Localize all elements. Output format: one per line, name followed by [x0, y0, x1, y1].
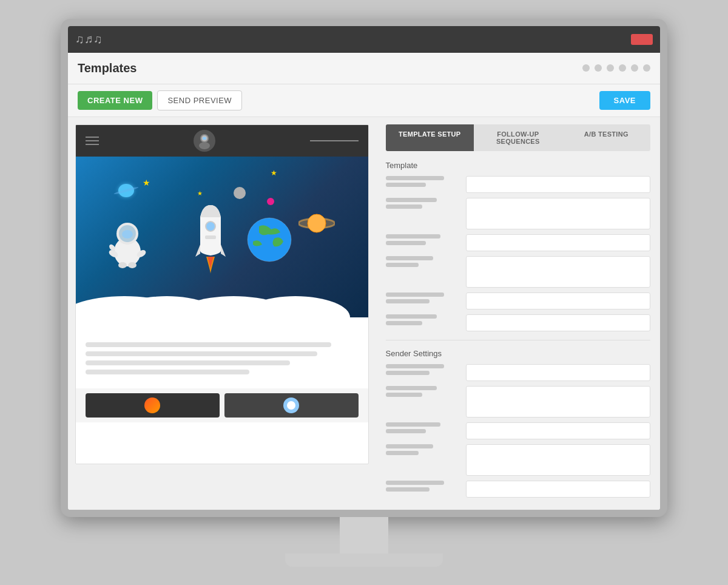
form-label	[386, 422, 459, 436]
form-input[interactable]	[466, 364, 650, 381]
saturn-icon	[298, 210, 335, 240]
form-input[interactable]	[466, 292, 650, 309]
form-input-tall[interactable]	[466, 386, 650, 418]
label-line	[386, 205, 422, 209]
window-dot	[582, 64, 590, 72]
label-line	[386, 321, 422, 325]
text-line	[86, 370, 249, 374]
template-section-title: Template	[386, 161, 650, 170]
footer-thumb-1	[86, 393, 220, 418]
moon-icon	[234, 187, 246, 199]
hamburger-icon[interactable]	[86, 137, 99, 145]
create-new-button[interactable]: CREATE NEW	[78, 91, 152, 110]
label-line	[386, 256, 433, 260]
rocket-icon	[194, 202, 228, 277]
form-input[interactable]	[466, 422, 650, 439]
window-dots	[582, 64, 650, 72]
email-preview-panel: ★ ★ ★	[68, 117, 376, 510]
form-input-tall[interactable]	[466, 198, 650, 229]
window-dot	[643, 64, 650, 72]
svg-point-7	[122, 230, 133, 238]
form-row	[386, 422, 650, 439]
tab-follow-up[interactable]: FOLLOW-UP SEQUENCES	[474, 124, 562, 151]
email-footer	[76, 388, 368, 422]
form-input-tall[interactable]	[466, 256, 650, 288]
label-line	[386, 364, 444, 368]
window-dot	[607, 64, 614, 72]
email-header-bar	[76, 125, 368, 157]
label-line	[386, 429, 426, 433]
form-label	[386, 481, 459, 494]
form-row	[386, 481, 650, 498]
send-preview-button[interactable]: SEND PREVIEW	[157, 90, 242, 110]
tab-ab-testing[interactable]: A/B TESTING	[562, 124, 650, 151]
svg-point-3	[203, 137, 206, 140]
form-input[interactable]	[466, 234, 650, 251]
label-line	[386, 422, 440, 427]
close-button[interactable]	[631, 34, 653, 45]
form-label	[386, 314, 459, 328]
clouds	[76, 290, 368, 333]
footer-logo-2	[282, 396, 300, 414]
email-logo-icon	[194, 130, 215, 152]
form-label	[386, 198, 459, 211]
svg-rect-14	[205, 235, 216, 239]
label-line	[386, 451, 419, 455]
form-label	[386, 364, 459, 377]
form-label	[386, 386, 459, 399]
form-label	[386, 292, 459, 306]
form-label	[386, 256, 459, 269]
label-line	[386, 371, 430, 375]
label-line	[386, 386, 437, 390]
footer-thumb-2	[224, 393, 359, 418]
tab-template-setup[interactable]: TEMPLATE SETUP	[386, 124, 474, 151]
svg-point-1	[199, 142, 210, 149]
star-icon: ★	[143, 178, 150, 188]
text-line	[86, 351, 317, 356]
star-icon: ★	[197, 190, 203, 197]
form-input[interactable]	[466, 176, 650, 193]
form-row	[386, 256, 650, 288]
planet-icon	[118, 184, 134, 197]
window-dot	[631, 64, 638, 72]
text-line	[86, 360, 290, 365]
section-divider	[386, 340, 650, 340]
email-logo	[106, 130, 303, 152]
form-input[interactable]	[466, 314, 650, 331]
svg-point-13	[206, 221, 215, 231]
svg-point-11	[118, 262, 127, 268]
form-input-tall[interactable]	[466, 444, 650, 476]
window-dot	[595, 64, 602, 72]
search-line	[310, 140, 359, 141]
form-label	[386, 234, 459, 248]
space-image: ★ ★ ★	[76, 157, 368, 333]
settings-panel: TEMPLATE SETUP FOLLOW-UP SEQUENCES A/B T…	[376, 117, 660, 510]
label-line	[386, 183, 426, 187]
title-bar: ♫♬♫	[68, 26, 660, 53]
form-input[interactable]	[466, 481, 650, 498]
label-line	[386, 263, 419, 267]
monitor-stand-neck	[340, 517, 388, 553]
form-row	[386, 364, 650, 381]
save-button[interactable]: SAVE	[599, 91, 650, 110]
form-row	[386, 386, 650, 418]
label-line	[386, 487, 430, 492]
footer-logo-1	[144, 397, 160, 413]
form-row	[386, 198, 650, 229]
app-bar: Templates	[68, 53, 660, 84]
tabs-bar: TEMPLATE SETUP FOLLOW-UP SEQUENCES A/B T…	[386, 124, 650, 151]
star-icon: ★	[271, 169, 277, 177]
label-line	[386, 198, 437, 202]
form-row	[386, 176, 650, 193]
email-preview: ★ ★ ★	[75, 124, 369, 464]
label-line	[386, 481, 444, 485]
label-line	[386, 299, 430, 303]
form-row	[386, 234, 650, 251]
svg-point-12	[128, 262, 136, 268]
label-line	[386, 314, 437, 319]
astronaut-icon	[106, 214, 149, 271]
window-dot	[619, 64, 626, 72]
sender-settings-title: Sender Settings	[386, 349, 650, 358]
app-logo: ♫♬♫	[75, 32, 103, 46]
label-line	[386, 176, 444, 180]
